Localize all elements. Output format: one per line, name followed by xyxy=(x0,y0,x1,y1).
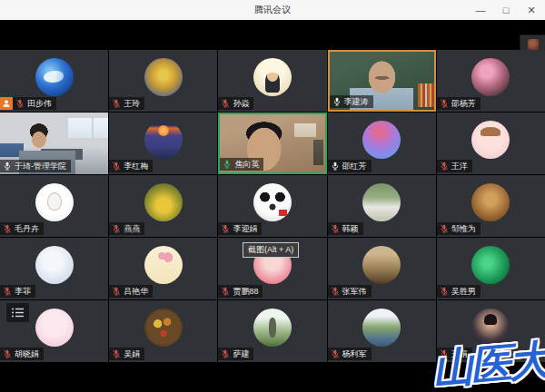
participant-tile[interactable]: 邹惟为 xyxy=(437,175,545,237)
name-bar: 邹惟为 xyxy=(437,222,481,235)
participant-name: 邹惟为 xyxy=(451,222,476,235)
list-icon xyxy=(11,307,25,318)
mic-icon xyxy=(3,162,12,171)
name-bar: 于琦-管理学院 xyxy=(0,160,71,172)
member-badge-icon xyxy=(0,97,13,110)
participant-tile[interactable]: 孙焱 xyxy=(218,50,326,112)
participant-label: 杨利军 xyxy=(328,348,372,360)
participant-tile[interactable]: 邵红芳 xyxy=(328,113,436,174)
participant-label: 李菲 xyxy=(0,285,35,298)
mic-icon xyxy=(221,224,230,233)
participant-label: 李迎娟 xyxy=(218,222,262,235)
mic-icon xyxy=(221,349,230,358)
mic-icon xyxy=(331,287,340,296)
participant-name: 李迎娟 xyxy=(233,222,257,235)
participant-tile[interactable]: 王玲 xyxy=(109,50,217,112)
participant-label: 胡晓娟 xyxy=(0,348,44,360)
participant-label: 贾鹏88 xyxy=(218,285,263,298)
participant-label: 王洋 xyxy=(437,160,472,172)
participant-tile[interactable]: 于琦-管理学院 xyxy=(0,113,108,174)
mic-icon xyxy=(331,224,340,233)
participant-name: 燕燕 xyxy=(124,222,140,235)
name-bar: 王洋 xyxy=(437,160,472,172)
name-bar: 吴娟 xyxy=(109,348,144,360)
name-bar: 吕艳华 xyxy=(109,285,153,298)
mic-icon xyxy=(440,99,449,108)
participant-tile[interactable]: 萨建 xyxy=(218,300,326,362)
name-bar: 焦向英 xyxy=(220,158,263,171)
mic-icon xyxy=(332,97,342,106)
participant-tile[interactable]: 吴胜男 xyxy=(437,238,545,299)
name-bar: 李建涛 xyxy=(330,95,373,108)
name-bar: 李迎娟 xyxy=(218,222,262,235)
participant-label: 张军伟 xyxy=(328,285,372,298)
participant-avatar xyxy=(362,246,401,284)
mic-icon xyxy=(3,224,12,233)
name-bar: 田步伟 xyxy=(13,97,56,110)
name-bar: 吴胜男 xyxy=(437,285,481,298)
participant-tile[interactable]: 焦向英 xyxy=(218,113,326,174)
name-bar: 张军伟 xyxy=(328,285,372,298)
participant-tile[interactable]: 吴娟 xyxy=(109,300,217,362)
participant-avatar xyxy=(35,58,74,96)
participant-avatar xyxy=(471,58,510,96)
participant-name: 胡晓娟 xyxy=(15,348,39,360)
participant-tile[interactable]: 田步伟 xyxy=(0,50,108,112)
participant-name: 邵红芳 xyxy=(342,160,367,172)
participant-name: 张军伟 xyxy=(342,285,367,298)
mic-icon xyxy=(112,224,121,233)
participant-label: 邹惟为 xyxy=(437,222,481,235)
participant-label: 田步伟 xyxy=(0,97,56,110)
participant-name: 毛丹卉 xyxy=(15,222,39,235)
participant-label: 吴娟 xyxy=(109,348,144,360)
participant-tile[interactable]: 燕燕 xyxy=(109,175,217,237)
participant-grid: 田步伟 王玲 xyxy=(0,50,545,362)
participant-tile[interactable]: 胡晓娟 xyxy=(0,300,108,362)
participant-avatar xyxy=(144,121,183,159)
participant-avatar xyxy=(35,246,74,284)
close-button[interactable]: ✕ xyxy=(525,0,538,20)
name-bar: 孙焱 xyxy=(218,97,253,110)
participant-label: 王玲 xyxy=(109,97,144,110)
name-bar: 王玲 xyxy=(109,97,144,110)
participant-tile[interactable]: 张军伟 xyxy=(328,238,436,299)
name-bar: 韩颖 xyxy=(328,222,363,235)
participant-tile[interactable]: 王洋 xyxy=(437,113,545,174)
participant-name: 贾鹏88 xyxy=(233,285,258,298)
maximize-button[interactable]: □ xyxy=(500,0,512,20)
participant-tile[interactable]: 李建涛 xyxy=(328,50,436,112)
participant-name: 吴胜男 xyxy=(451,285,476,298)
participant-tile[interactable]: 李红梅 xyxy=(109,113,217,174)
name-bar: 胡晓娟 xyxy=(0,348,44,360)
participant-name: 于琦-管理学院 xyxy=(15,160,66,172)
mic-icon xyxy=(15,99,25,108)
participant-tile[interactable]: 韩颖 xyxy=(328,175,436,237)
participant-name: 田步伟 xyxy=(27,97,52,110)
participant-avatar xyxy=(362,183,401,221)
participant-name: 焦向英 xyxy=(234,158,259,171)
window-titlebar: 腾讯会议 — □ ✕ xyxy=(0,0,545,20)
minimize-button[interactable]: — xyxy=(474,0,487,20)
mic-icon xyxy=(221,99,230,108)
participant-tile[interactable]: 邵杨芳 xyxy=(437,50,545,112)
mic-icon xyxy=(331,162,340,171)
name-bar: 李菲 xyxy=(0,285,35,298)
participant-label: 李建涛 xyxy=(330,95,373,108)
participant-tile[interactable]: 毛丹卉 xyxy=(0,175,108,237)
member-list-button[interactable] xyxy=(6,303,29,322)
participant-tile[interactable]: 李迎娟 xyxy=(218,175,326,237)
participant-tile[interactable]: 杨利军 xyxy=(328,300,436,362)
participant-label: 毛丹卉 xyxy=(0,222,44,235)
participant-avatar xyxy=(35,183,74,221)
name-bar: 邵红芳 xyxy=(328,160,372,172)
screenshot-tooltip: 截图(Alt + A) xyxy=(243,242,299,258)
participant-avatar xyxy=(471,121,510,159)
mic-icon xyxy=(112,99,121,108)
participant-tile[interactable]: 李菲 xyxy=(0,238,108,299)
participant-name: 吕艳华 xyxy=(124,285,148,298)
mic-icon xyxy=(440,224,449,233)
participant-name: 萨建 xyxy=(233,348,249,360)
participant-tile[interactable]: 吕艳华 xyxy=(109,238,217,299)
name-bar: 萨建 xyxy=(218,348,253,360)
mic-icon xyxy=(3,349,12,358)
